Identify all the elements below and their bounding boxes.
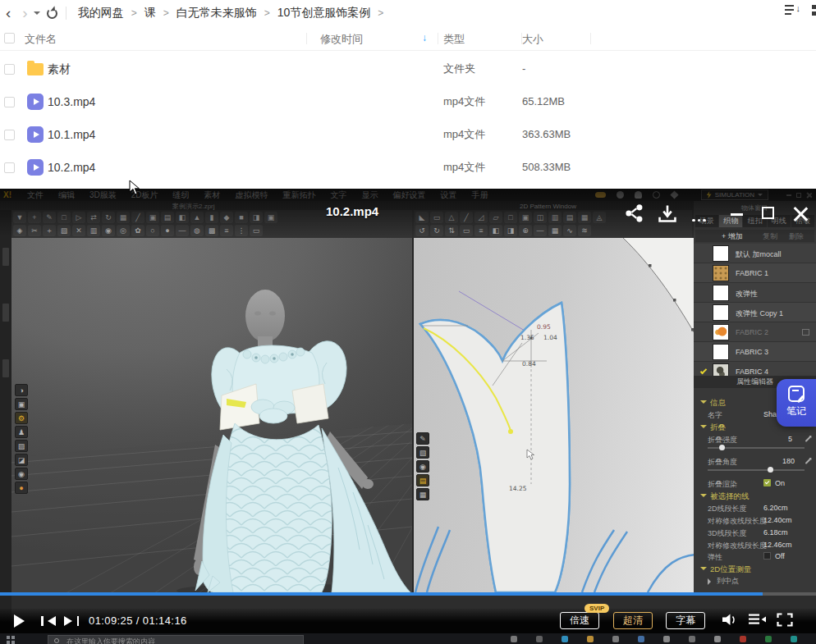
file-name[interactable]: 10.1.mp4 (48, 118, 95, 151)
file-name[interactable]: 素材 (48, 53, 71, 85)
md-menu-manual[interactable]: 手册 (465, 190, 496, 201)
maximize-button[interactable] (762, 207, 774, 219)
toolbar-icon[interactable]: ⇅ (445, 225, 458, 236)
column-modified[interactable]: 修改时间 (320, 32, 363, 47)
to-midpoint-item[interactable]: 到中点 (717, 576, 739, 587)
select-all-checkbox[interactable] (4, 33, 15, 43)
toolbar-icon[interactable]: ↺ (415, 225, 429, 236)
playlist-icon[interactable] (749, 613, 767, 626)
md-menu-retopo[interactable]: 重新拓扑 (276, 190, 323, 201)
toolbar-icon[interactable]: ↻ (430, 225, 443, 236)
toolbar-icon[interactable]: ■ (235, 212, 248, 223)
delete-fabric-button[interactable]: 删除 (789, 231, 804, 242)
toolbar-icon[interactable]: ▭ (460, 225, 473, 236)
toolbar-icon[interactable]: ╱ (460, 212, 473, 223)
start-button-icon[interactable] (7, 636, 10, 639)
file-name[interactable]: 10.3.mp4 (48, 85, 95, 118)
forward-icon[interactable]: › (16, 1, 33, 25)
md-close-icon[interactable] (806, 192, 812, 198)
toolbar-icon[interactable]: ◧ (176, 212, 189, 223)
fabric-item[interactable]: 默认 加mocall (694, 244, 816, 263)
toolbar-icon[interactable]: ▭ (430, 212, 443, 223)
back-icon[interactable]: ‹ (0, 1, 16, 25)
toolbar-icon[interactable]: ○ (146, 225, 159, 236)
toolbar-icon[interactable]: □ (57, 212, 71, 223)
toolbar-icon[interactable]: ◨ (250, 212, 263, 223)
volume-icon[interactable] (721, 613, 739, 627)
simulation-button[interactable]: SIMULATION (701, 190, 768, 200)
md-menu-2dpattern[interactable]: 2D板片 (124, 190, 166, 201)
section-2d-measure[interactable]: 2D位置测量 (700, 564, 751, 575)
toolbar-icon[interactable]: ◆ (220, 212, 233, 223)
toolbar-icon[interactable]: △ (445, 212, 458, 223)
toolbar-icon[interactable]: ▩ (205, 225, 218, 236)
edit-icon[interactable] (805, 458, 812, 464)
breadcrumb-course[interactable]: 课 (143, 2, 158, 24)
md-menu-display[interactable]: 显示 (355, 190, 386, 201)
column-name[interactable]: 文件名 (25, 32, 57, 47)
seek-bar[interactable] (0, 592, 816, 596)
md-garment-icon[interactable] (670, 190, 678, 199)
row-checkbox[interactable] (4, 64, 15, 75)
md-menu-avatar[interactable]: 虚拟模特 (228, 190, 276, 201)
taskbar-app-icon[interactable] (791, 636, 797, 642)
toolbar-icon[interactable]: ∿ (563, 225, 576, 236)
download-icon[interactable] (657, 203, 678, 223)
toolbar-icon[interactable]: ◫ (534, 212, 547, 223)
elasticity-checkbox[interactable] (763, 552, 771, 560)
fullscreen-icon[interactable] (777, 613, 793, 627)
side-tool-icon[interactable]: ▦ (416, 488, 429, 500)
expand-arrow-icon[interactable] (708, 578, 714, 585)
taskbar-app-icon[interactable] (689, 636, 695, 642)
breadcrumb-my-drive[interactable]: 我的网盘 (76, 2, 126, 24)
taskbar-app-icon[interactable] (638, 636, 644, 642)
3d-viewport[interactable] (11, 238, 412, 592)
side-tool-icon[interactable]: ◑ (15, 384, 28, 396)
section-selected-lines[interactable]: 被选择的线 (700, 491, 750, 502)
file-row-video[interactable]: 10.1.mp4 mp4文件 363.63MB (0, 118, 816, 151)
edit-icon[interactable] (805, 436, 812, 442)
file-row-video[interactable]: 10.3.mp4 mp4文件 65.12MB (0, 85, 816, 118)
toolbar-icon[interactable]: ▦ (578, 212, 591, 223)
sort-icon[interactable] (785, 4, 797, 16)
taskbar-app-icon[interactable] (765, 636, 772, 642)
toolbar-icon[interactable]: ＋ (43, 225, 56, 236)
toolbar-icon[interactable]: ▣ (519, 212, 532, 223)
toolbar-icon[interactable]: ▦ (117, 212, 130, 223)
quality-button[interactable]: 超清 (613, 612, 653, 629)
md-avatar-icon[interactable] (635, 191, 642, 199)
file-row-folder[interactable]: 素材 文件夹 - (0, 53, 816, 85)
side-tool-icon[interactable]: ● (15, 482, 28, 494)
toolbar-icon[interactable]: ✿ (131, 225, 144, 236)
fold-angle-slider[interactable] (708, 469, 805, 471)
md-menu-material[interactable]: 素材 (197, 190, 228, 201)
fold-strength-slider[interactable] (708, 447, 805, 449)
side-tool-icon[interactable]: ♟ (15, 426, 28, 438)
toolbar-icon[interactable]: ╱ (131, 212, 144, 223)
previous-button[interactable] (41, 616, 56, 626)
grid-view-icon[interactable] (812, 5, 816, 9)
side-tool-icon[interactable]: ✎ (416, 432, 429, 445)
minimize-button[interactable] (731, 213, 743, 216)
toolbar-icon[interactable]: ◨ (504, 225, 517, 236)
toolbar-icon[interactable]: ◿ (474, 212, 488, 223)
toolbar-icon[interactable]: ⊕ (519, 225, 532, 236)
add-fabric-button[interactable]: + 增加 (722, 231, 743, 242)
share-icon[interactable] (624, 203, 645, 223)
toolbar-icon[interactable]: ✂ (28, 225, 41, 236)
more-options-icon[interactable] (692, 210, 713, 225)
row-checkbox[interactable] (4, 97, 15, 107)
md-capsule-icon[interactable] (595, 192, 606, 198)
side-tool-icon[interactable]: ⚙ (15, 412, 28, 424)
section-info[interactable]: 信息 (700, 398, 726, 409)
file-row-video[interactable]: 10.2.mp4 mp4文件 508.33MB (0, 151, 816, 184)
name-value[interactable]: Sha (763, 410, 777, 418)
fabric-item[interactable]: 改弹性 Copy 1 (694, 303, 816, 322)
side-tool-icon[interactable]: ▤ (416, 474, 429, 486)
toolbar-icon[interactable]: □ (504, 212, 517, 223)
toolbar-icon[interactable]: ✎ (43, 212, 56, 223)
toolbar-icon[interactable]: ◎ (117, 225, 130, 236)
toolbar-icon[interactable]: ≋ (578, 225, 591, 236)
toolbar-icon[interactable]: ◣ (415, 212, 429, 223)
file-name[interactable]: 10.2.mp4 (48, 151, 95, 184)
